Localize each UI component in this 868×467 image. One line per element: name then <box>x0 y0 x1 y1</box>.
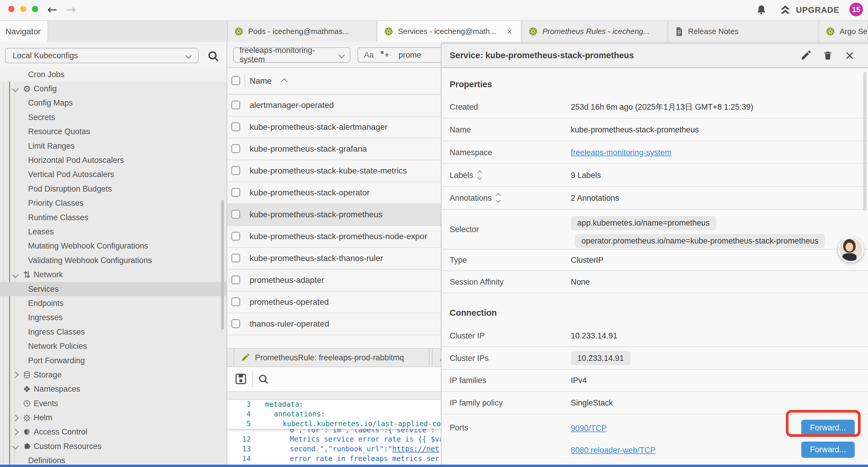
sidebar-item-network-policies[interactable]: Network Policies <box>0 339 227 353</box>
row-checkbox[interactable] <box>231 319 240 328</box>
list-search-input[interactable]: Aa * prome <box>358 47 441 63</box>
window-zoom-button[interactable] <box>32 6 38 12</box>
match-case-toggle[interactable]: Aa <box>364 51 374 60</box>
table-row[interactable]: kube-prometheus-stack-thanos-ruler <box>227 248 441 269</box>
table-row[interactable]: thanos-ruler-operated <box>227 313 441 335</box>
sidebar-item-horizontal-pod-autoscalers[interactable]: Horizontal Pod Autoscalers <box>0 153 227 167</box>
delete-trash-icon[interactable] <box>823 50 833 61</box>
close-tab-icon[interactable]: × <box>507 27 512 37</box>
sidebar-item-config[interactable]: ⚙Config <box>0 82 227 96</box>
close-icon[interactable] <box>844 50 855 61</box>
sidebar-item-runtime-classes[interactable]: Runtime Classes <box>0 210 227 225</box>
chevron-right-icon[interactable] <box>12 414 19 421</box>
sidebar-item-validating-webhook-configurations[interactable]: Validating Webhook Configurations <box>0 253 227 267</box>
sort-updown-icon[interactable] <box>497 194 500 202</box>
tab-services-icecheng-math-[interactable]: Services - icecheng@math...× <box>377 21 521 42</box>
notification-count-badge[interactable]: 15 <box>849 3 863 16</box>
sort-ascending-icon[interactable] <box>281 78 288 85</box>
window-minimize-button[interactable] <box>20 6 26 12</box>
back-arrow-icon[interactable]: ← <box>47 2 57 17</box>
save-icon[interactable] <box>234 372 248 386</box>
sidebar-item-services[interactable]: Services <box>0 282 227 296</box>
tab-prometheus-rules-icecheng-[interactable]: Prometheus Rules - icecheng... <box>522 21 668 42</box>
sidebar-item-cron-jobs[interactable]: Cron Jobs <box>0 67 227 82</box>
editor-tab-partial[interactable] <box>432 349 441 367</box>
table-row[interactable]: prometheus-adapter <box>227 269 441 291</box>
table-row[interactable]: kube-prometheus-stack-operator <box>227 182 441 204</box>
sidebar-item-port-forwarding[interactable]: Port Forwarding <box>0 353 227 368</box>
editor-search-icon[interactable] <box>257 373 270 385</box>
forward-button[interactable]: Forward... <box>801 442 855 458</box>
kubeconfig-selector[interactable]: Local Kubeconfigs <box>5 48 198 63</box>
table-row[interactable]: kube-prometheus-stack-kube-state-metrics <box>227 160 441 182</box>
sidebar-scrollbar[interactable] <box>221 200 224 330</box>
row-checkbox[interactable] <box>231 188 240 197</box>
sidebar-item-vertical-pod-autoscalers[interactable]: Vertical Pod Autoscalers <box>0 168 227 182</box>
edit-pencil-icon[interactable] <box>800 50 811 61</box>
chevron-down-icon[interactable] <box>12 85 19 92</box>
chevron-right-icon[interactable] <box>12 372 19 378</box>
detail-row-value[interactable]: freeleaps-monitoring-system <box>571 148 672 157</box>
sidebar-item-limit-ranges[interactable]: Limit Ranges <box>0 139 227 153</box>
sidebar-item-endpoints[interactable]: Endpoints <box>0 296 227 310</box>
select-all-checkbox[interactable] <box>231 76 240 85</box>
chevron-down-icon[interactable] <box>12 443 19 450</box>
sidebar-item-config-maps[interactable]: Config Maps <box>0 96 227 110</box>
tab-argo-se[interactable]: Argo Se <box>819 21 868 42</box>
sidebar-item-storage[interactable]: Storage <box>0 368 227 382</box>
k8s-icon <box>384 27 393 36</box>
sidebar-item-mutating-webhook-configurations[interactable]: Mutating Webhook Configurations <box>0 239 227 253</box>
table-row[interactable]: kube-prometheus-stack-grafana <box>227 138 441 160</box>
tab-release-notes[interactable]: Release Notes <box>668 21 818 42</box>
sidebar-item-ingress-classes[interactable]: Ingress Classes <box>0 325 227 339</box>
code-token: error rate in freeleaps metrics ser <box>290 455 439 463</box>
window-close-button[interactable] <box>8 6 14 12</box>
row-checkbox[interactable] <box>231 254 240 262</box>
chevron-down-icon[interactable] <box>12 271 19 278</box>
sidebar-item-definitions[interactable]: Definitions <box>0 454 227 465</box>
row-checkbox[interactable] <box>231 166 240 175</box>
chevron-right-icon[interactable] <box>12 429 19 436</box>
yaml-editor[interactable]: 3metadata:4annotations:5kubectl.kubernet… <box>227 400 441 465</box>
row-checkbox[interactable] <box>231 210 240 219</box>
sidebar-item-secrets[interactable]: Secrets <box>0 110 227 124</box>
sidebar-item-ingresses[interactable]: Ingresses <box>0 311 227 325</box>
table-row[interactable]: prometheus-operated <box>227 291 441 313</box>
upgrade-button[interactable]: UPGRADE <box>779 4 839 16</box>
table-row[interactable]: kube-prometheus-stack-prometheus-node-ex… <box>227 226 441 248</box>
row-checkbox[interactable] <box>231 297 240 306</box>
tab-pods-icecheng-mathmas-[interactable]: Pods - icecheng@mathmas... <box>227 21 377 42</box>
sidebar-item-priority-classes[interactable]: Priority Classes <box>0 196 227 210</box>
notifications-bell-icon[interactable] <box>755 4 768 16</box>
table-row[interactable]: kube-prometheus-stack-alertmanager <box>227 116 441 138</box>
sidebar-item-resource-quotas[interactable]: Resource Quotas <box>0 125 227 139</box>
search-icon[interactable] <box>207 50 220 63</box>
sidebar-item-custom-resources[interactable]: Custom Resources <box>0 439 227 454</box>
row-checkbox[interactable] <box>231 100 240 109</box>
sidebar-item-leases[interactable]: Leases <box>0 225 227 239</box>
sidebar-item-helm[interactable]: Helm <box>0 411 227 425</box>
code-link[interactable]: https://net <box>392 445 439 453</box>
port-link[interactable]: 8080:reloader-web/TCP <box>571 446 656 455</box>
row-checkbox[interactable] <box>231 232 240 241</box>
sidebar-item-namespaces[interactable]: ❖Namespaces <box>0 382 227 396</box>
sidebar-item-access-control[interactable]: Access Control <box>0 425 227 439</box>
row-checkbox[interactable] <box>231 144 240 153</box>
sort-updown-icon[interactable] <box>478 171 481 179</box>
port-link[interactable]: 9090/TCP <box>571 424 607 433</box>
detail-panel-scrollbar[interactable] <box>863 72 866 211</box>
sidebar-item-events[interactable]: Events <box>0 396 227 411</box>
editor-tab-prometheusrule[interactable]: PrometheusRule: freeleaps-prod-rabbitmq <box>234 349 430 367</box>
row-checkbox[interactable] <box>231 122 240 131</box>
tab-label: Pods - icecheng@mathmas... <box>248 27 349 36</box>
sidebar-item-network[interactable]: ⇅Network <box>0 267 227 282</box>
namespace-filter-select[interactable]: freeleaps-monitoring-system <box>233 47 350 63</box>
sidebar-item-pod-disruption-budgets[interactable]: Pod Disruption Budgets <box>0 182 227 196</box>
forward-arrow-icon[interactable]: → <box>66 2 76 17</box>
table-row[interactable]: alertmanager-operated <box>227 95 441 116</box>
row-checkbox[interactable] <box>231 275 240 284</box>
avatar[interactable] <box>838 236 864 262</box>
table-row[interactable]: kube-prometheus-stack-prometheus <box>227 204 441 226</box>
tab-navigator[interactable]: Navigator <box>0 21 48 42</box>
name-column-header[interactable]: Name <box>250 76 272 86</box>
